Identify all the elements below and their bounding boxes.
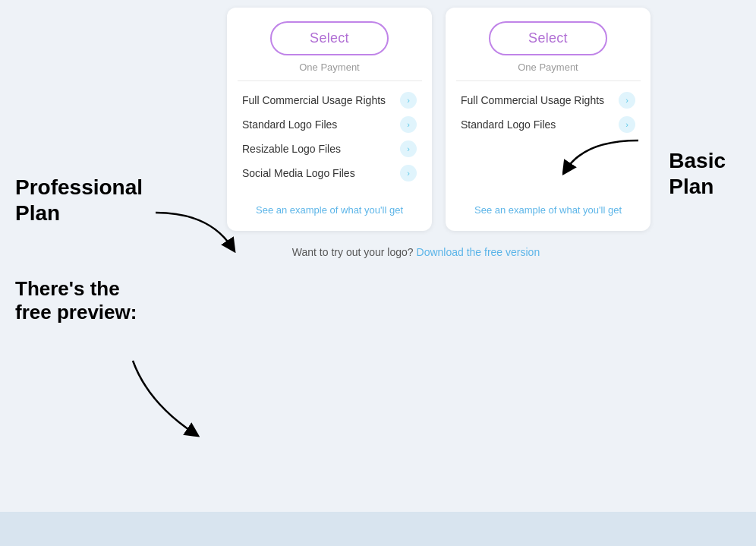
professional-select-button[interactable]: Select xyxy=(270,21,389,55)
page-wrapper: Professional Plan Basic Plan There's the… xyxy=(0,0,756,546)
annotation-basic: Basic Plan xyxy=(669,148,726,199)
cards-container: Select One Payment Full Commercial Usage… xyxy=(227,8,650,231)
feature-item: Standard Logo Files › xyxy=(242,116,417,133)
bottom-bar xyxy=(0,512,756,546)
basic-see-example-link[interactable]: See an example of what you'll get xyxy=(474,181,622,216)
feature-item: Full Commercial Usage Rights › xyxy=(242,92,417,109)
chevron-icon[interactable]: › xyxy=(400,92,417,109)
basic-divider xyxy=(456,80,641,81)
basic-plan-card: Select One Payment Full Commercial Usage… xyxy=(446,8,650,231)
professional-see-example-link[interactable]: See an example of what you'll get xyxy=(256,181,403,216)
feature-text: Full Commercial Usage Rights xyxy=(461,94,604,106)
chevron-icon[interactable]: › xyxy=(400,140,417,157)
bottom-text-label: Want to try out your logo? xyxy=(292,246,414,258)
professional-payment-label: One Payment xyxy=(299,62,360,73)
feature-text: Social Media Logo Files xyxy=(242,167,355,179)
annotation-professional: Professional Plan xyxy=(15,175,137,226)
annotation-preview: There's the free preview: xyxy=(15,277,167,324)
feature-item: Resizable Logo Files › xyxy=(242,140,417,157)
feature-item: Standard Logo Files › xyxy=(461,116,635,133)
basic-select-button[interactable]: Select xyxy=(489,21,607,55)
bottom-text-container: Want to try out your logo? Download the … xyxy=(292,246,540,258)
professional-feature-list: Full Commercial Usage Rights › Standard … xyxy=(227,92,432,181)
feature-text: Standard Logo Files xyxy=(242,118,337,131)
professional-divider xyxy=(238,80,422,81)
feature-item: Full Commercial Usage Rights › xyxy=(461,92,635,109)
feature-text: Full Commercial Usage Rights xyxy=(242,94,386,106)
chevron-icon[interactable]: › xyxy=(400,116,417,133)
feature-item: Social Media Logo Files › xyxy=(242,165,417,181)
arrow-professional xyxy=(148,205,239,258)
feature-text: Resizable Logo Files xyxy=(242,143,341,155)
download-free-version-link[interactable]: Download the free version xyxy=(417,246,540,258)
feature-text: Standard Logo Files xyxy=(461,118,556,131)
chevron-icon[interactable]: › xyxy=(400,165,417,181)
chevron-icon[interactable]: › xyxy=(619,92,635,109)
arrow-preview xyxy=(110,357,209,440)
basic-feature-list: Full Commercial Usage Rights › Standard … xyxy=(446,92,650,181)
basic-payment-label: One Payment xyxy=(518,62,578,73)
professional-plan-card: Select One Payment Full Commercial Usage… xyxy=(227,8,432,231)
chevron-icon[interactable]: › xyxy=(619,116,635,133)
